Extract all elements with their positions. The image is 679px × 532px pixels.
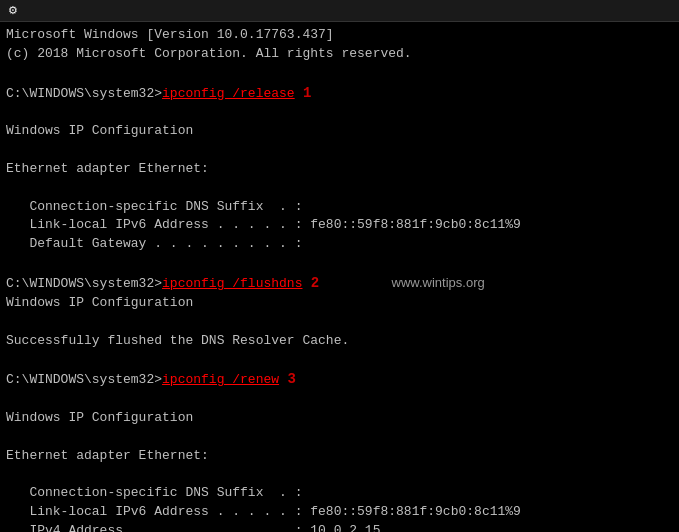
terminal-line: [6, 103, 673, 122]
step-number: 3: [279, 371, 296, 387]
terminal-line: Windows IP Configuration: [6, 409, 673, 428]
terminal-body: Microsoft Windows [Version 10.0.17763.43…: [0, 22, 679, 532]
terminal-line: Microsoft Windows [Version 10.0.17763.43…: [6, 26, 673, 45]
terminal-line: [6, 465, 673, 484]
terminal-line: Ethernet adapter Ethernet:: [6, 447, 673, 466]
terminal-line: [6, 428, 673, 447]
terminal-line: [6, 390, 673, 409]
cmd-highlight: ipconfig /release: [162, 86, 295, 101]
terminal-line: Link-local IPv6 Address . . . . . : fe80…: [6, 216, 673, 235]
watermark: www.wintips.org: [319, 275, 484, 290]
terminal-line: Ethernet adapter Ethernet:: [6, 160, 673, 179]
terminal-line: [6, 179, 673, 198]
terminal-line: [6, 313, 673, 332]
cmd-prefix: C:\WINDOWS\system32>: [6, 276, 162, 291]
step-number: 2: [302, 275, 319, 291]
terminal-line: (c) 2018 Microsoft Corporation. All righ…: [6, 45, 673, 64]
terminal-line: [6, 141, 673, 160]
cmd-icon: ⚙: [8, 4, 18, 17]
terminal-line: Windows IP Configuration: [6, 294, 673, 313]
terminal-line: C:\WINDOWS\system32>ipconfig /flushdns 2…: [6, 273, 673, 294]
terminal-line: Default Gateway . . . . . . . . . :: [6, 235, 673, 254]
step-number: 1: [295, 85, 312, 101]
cmd-prefix: C:\WINDOWS\system32>: [6, 372, 162, 387]
terminal-line: [6, 350, 673, 369]
terminal-line: C:\WINDOWS\system32>ipconfig /release 1: [6, 83, 673, 104]
terminal-line: Link-local IPv6 Address . . . . . : fe80…: [6, 503, 673, 522]
cmd-highlight: ipconfig /flushdns: [162, 276, 302, 291]
terminal-line: [6, 254, 673, 273]
terminal-line: Windows IP Configuration: [6, 122, 673, 141]
terminal-line: Connection-specific DNS Suffix . :: [6, 484, 673, 503]
cmd-highlight: ipconfig /renew: [162, 372, 279, 387]
terminal-line: IPv4 Address. . . . . . . . . . . : 10.0…: [6, 522, 673, 532]
title-bar: ⚙: [0, 0, 679, 22]
terminal-line: C:\WINDOWS\system32>ipconfig /renew 3: [6, 369, 673, 390]
terminal-line: [6, 64, 673, 83]
cmd-prefix: C:\WINDOWS\system32>: [6, 86, 162, 101]
terminal-line: Connection-specific DNS Suffix . :: [6, 198, 673, 217]
terminal-line: Successfully flushed the DNS Resolver Ca…: [6, 332, 673, 351]
